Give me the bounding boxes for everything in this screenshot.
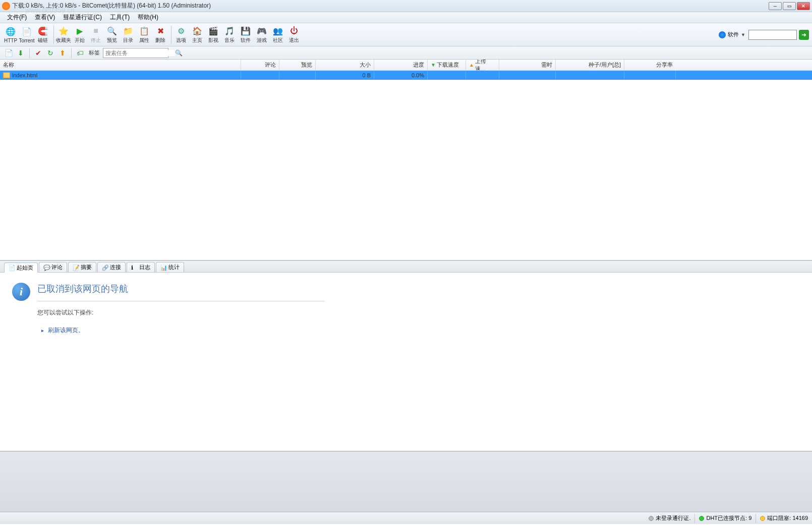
delete-button[interactable]: ✖删除: [153, 24, 168, 45]
globe-icon: [719, 31, 726, 38]
tag-icon[interactable]: 🏷: [75, 47, 86, 59]
minimize-button[interactable]: ─: [769, 2, 782, 10]
table-row[interactable]: index.html 0 B 0.0%: [0, 71, 812, 80]
log-icon: ℹ: [131, 265, 137, 271]
task-progress: 0.0%: [374, 71, 428, 80]
main-toolbar: 🌐HTTP 📄Torrent 🧲磁链 ⭐收藏夹 ▶开始 ■停止 🔍预览 📁目录 …: [0, 23, 812, 46]
tab-stats[interactable]: 📊统计: [156, 262, 184, 272]
start-button[interactable]: ▶开始: [72, 24, 87, 45]
upload-arrow-icon[interactable]: ⬆: [57, 47, 68, 59]
refresh-link[interactable]: 刷新该网页。: [41, 325, 800, 336]
tags-label: 标签: [87, 49, 102, 57]
refresh-icon[interactable]: ↻: [45, 47, 56, 59]
task-name: index.html: [12, 72, 37, 78]
tab-connections[interactable]: 🔗连接: [97, 262, 126, 272]
web-search-input[interactable]: [748, 30, 797, 40]
status-dot-yellow: [760, 516, 765, 521]
titlebar: 下载:0 kB/s, 上传:0 kB/s - BitComet(比特彗星) (6…: [0, 0, 812, 12]
up-arrow-icon: ▲: [469, 62, 474, 68]
new-task-icon[interactable]: 📄: [3, 47, 14, 59]
detail-heading: 已取消到该网页的导航: [37, 283, 800, 295]
col-share[interactable]: 分享率: [624, 60, 676, 70]
col-comment[interactable]: 评论: [241, 60, 279, 70]
exit-button[interactable]: ⏻退出: [286, 24, 302, 45]
status-dht: DHT已连接节点: 9: [706, 514, 751, 522]
col-name[interactable]: 名称: [0, 60, 241, 70]
community-button[interactable]: 👥社区: [270, 24, 285, 45]
detail-suggestion: 您可以尝试以下操作:: [37, 308, 800, 317]
detail-tabs: 📄起始页 💬评论 📝摘要 🔗连接 ℹ日志 📊统计: [0, 260, 812, 273]
check-icon[interactable]: ✔: [33, 47, 44, 59]
maximize-button[interactable]: ▭: [783, 2, 796, 10]
list-body[interactable]: index.html 0 B 0.0%: [0, 71, 812, 260]
search-category[interactable]: 软件 ▼: [719, 29, 745, 40]
task-search-input[interactable]: [105, 50, 175, 56]
status-port: 端口阻塞: 14169: [767, 514, 808, 522]
tab-log[interactable]: ℹ日志: [127, 262, 155, 272]
toolbar-separator: [53, 26, 54, 44]
list-header: 名称 评论 预览 大小 进度 ▼下载速度 ▲上传速... 需时 种子/用户[总]…: [0, 60, 812, 71]
resize-bar[interactable]: [0, 451, 812, 512]
divider: [37, 301, 325, 301]
task-list: 名称 评论 预览 大小 进度 ▼下载速度 ▲上传速... 需时 种子/用户[总]…: [0, 60, 812, 260]
status-passport: 未登录通行证.: [656, 514, 690, 522]
chevron-down-icon: ▼: [741, 32, 745, 37]
down-arrow-icon: ▼: [431, 62, 436, 68]
options-button[interactable]: ⚙选项: [173, 24, 189, 45]
window-title: 下载:0 kB/s, 上传:0 kB/s - BitComet(比特彗星) (6…: [12, 2, 769, 10]
http-button[interactable]: 🌐HTTP: [3, 24, 18, 45]
download-arrow-icon[interactable]: ⬇: [15, 47, 26, 59]
stats-icon: 📊: [160, 265, 166, 271]
menu-passport[interactable]: 彗星通行证(C): [59, 12, 106, 23]
status-dot-green: [699, 516, 704, 521]
torrent-button[interactable]: 📄Torrent: [19, 24, 34, 45]
col-download-speed[interactable]: ▼下载速度: [428, 60, 466, 70]
status-dot-gray: [649, 516, 654, 521]
menubar: 文件(F) 查看(V) 彗星通行证(C) 工具(T) 帮助(H): [0, 12, 812, 23]
comment-icon: 💬: [43, 265, 49, 271]
tab-comments[interactable]: 💬评论: [39, 262, 67, 272]
menu-view[interactable]: 查看(V): [31, 12, 59, 23]
col-seeds[interactable]: 种子/用户[总]: [556, 60, 624, 70]
detail-panel: i 已取消到该网页的导航 您可以尝试以下操作: 刷新该网页。: [0, 273, 812, 451]
magnet-button[interactable]: 🧲磁链: [35, 24, 50, 45]
close-button[interactable]: ✕: [797, 2, 810, 10]
col-upload-speed[interactable]: ▲上传速...: [466, 60, 499, 70]
files-button[interactable]: 📁目录: [121, 24, 136, 45]
stop-button[interactable]: ■停止: [88, 24, 103, 45]
video-button[interactable]: 🎬影视: [206, 24, 221, 45]
summary-icon: 📝: [73, 265, 79, 271]
connection-icon: 🔗: [102, 265, 108, 271]
toolbar-separator: [171, 26, 171, 44]
statusbar: 未登录通行证. DHT已连接节点: 9 端口阻塞: 14169: [0, 512, 812, 524]
music-button[interactable]: 🎵音乐: [222, 24, 237, 45]
page-icon: 📄: [9, 265, 15, 271]
home-button[interactable]: 🏠主页: [190, 24, 205, 45]
info-icon: i: [12, 283, 30, 301]
menu-tools[interactable]: 工具(T): [106, 12, 134, 23]
favorites-button[interactable]: ⭐收藏夹: [56, 24, 71, 45]
preview-button[interactable]: 🔍预览: [104, 24, 120, 45]
task-size: 0 B: [316, 71, 374, 80]
go-button[interactable]: ➜: [799, 30, 809, 40]
software-button[interactable]: 💾软件: [238, 24, 253, 45]
menu-help[interactable]: 帮助(H): [134, 12, 162, 23]
properties-button[interactable]: 📋属性: [137, 24, 152, 45]
col-size[interactable]: 大小: [316, 60, 374, 70]
col-preview[interactable]: 预览: [279, 60, 316, 70]
filter-toolbar: 📄 ⬇ ✔ ↻ ⬆ 🏷 标签 🔍: [0, 46, 812, 60]
tab-summary[interactable]: 📝摘要: [68, 262, 96, 272]
search-category-label: 软件: [728, 31, 739, 38]
game-button[interactable]: 🎮游戏: [254, 24, 269, 45]
col-time[interactable]: 需时: [499, 60, 556, 70]
search-icon[interactable]: 🔍: [175, 49, 183, 57]
pause-icon: [3, 72, 10, 78]
menu-file[interactable]: 文件(F): [3, 12, 31, 23]
tab-start[interactable]: 📄起始页: [4, 262, 38, 273]
app-icon: [2, 2, 10, 10]
col-progress[interactable]: 进度: [374, 60, 428, 70]
task-search[interactable]: 🔍: [103, 48, 168, 58]
